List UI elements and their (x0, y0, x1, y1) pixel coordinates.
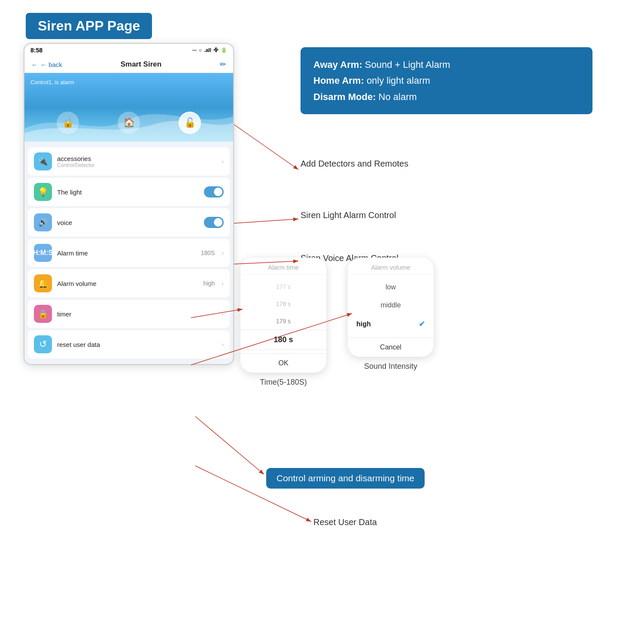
menu-item-light[interactable]: 💡 The light (28, 178, 230, 206)
mode-icons: 🔒 🏠 🔓 (37, 112, 220, 134)
alarm-time-chevron: › (222, 249, 224, 256)
volume-option-middle[interactable]: middle (348, 296, 434, 314)
timer-chevron: › (222, 310, 224, 317)
menu-item-alarm-volume[interactable]: 🔔 Alarm volume high › (28, 269, 230, 298)
alarm-time-label: Alarm time (57, 249, 196, 257)
volume-popup-items: low middle high ✔ (348, 275, 434, 337)
time-option-177[interactable]: 177 s (240, 278, 326, 295)
edit-icon[interactable]: ✏ (220, 60, 226, 69)
menu-item-reset[interactable]: ↺ reset user data › (28, 330, 230, 358)
alarm-volume-value: high (204, 280, 215, 287)
alarm-time-icon-box: H:M:S (34, 244, 52, 262)
light-icon: 💡 (38, 187, 49, 197)
time-popup-footer: OK (240, 353, 326, 373)
time-option-180[interactable]: 180 s (240, 330, 326, 350)
hero-area: Control1, is alarm 🔒 🏠 🔓 (24, 73, 233, 142)
disarm-mode-line: Disarm Mode: No alarm (313, 89, 580, 105)
disarm-icon[interactable]: 🔓 (179, 112, 201, 134)
time-ok-button[interactable]: OK (240, 354, 326, 373)
time-option-179[interactable]: 179 s (240, 313, 326, 330)
menu-list: 🔌 accessories Control/Detector › 💡 The l… (24, 142, 233, 364)
menu-item-voice[interactable]: 🔊 voice (28, 208, 230, 237)
light-icon-box: 💡 (34, 183, 52, 201)
light-label: The light (57, 188, 199, 196)
volume-popup-container: Alarm volume low middle high ✔ Cancel So… (348, 258, 434, 371)
menu-item-alarm-time[interactable]: H:M:S Alarm time 180S › (28, 239, 230, 267)
accessories-text: accessories Control/Detector (57, 155, 216, 168)
voice-toggle[interactable] (204, 217, 224, 228)
svg-line-6 (195, 416, 264, 474)
volume-popup-dialog[interactable]: Alarm volume low middle high ✔ Cancel (348, 258, 434, 357)
svg-line-2 (234, 219, 298, 223)
status-bar: 8:58 ··· ○ .all 令 🔋 (24, 44, 233, 56)
volume-option-low[interactable]: low (348, 278, 434, 296)
timer-icon: 🔒 (38, 309, 49, 319)
status-time: 8:58 (30, 47, 43, 54)
back-arrow: ← (31, 61, 38, 68)
svg-line-1 (234, 125, 298, 170)
accessories-chevron: › (222, 158, 224, 165)
screen-title: Smart Siren (121, 60, 161, 69)
time-popup-caption: Time(5-180S) (260, 378, 307, 387)
home-arm-icon[interactable]: 🏠 (118, 112, 140, 134)
volume-cancel-button[interactable]: Cancel (348, 338, 434, 357)
alarm-time-value: 180S (201, 249, 215, 256)
time-popup-items: 177 s 178 s 179 s 180 s (240, 275, 326, 353)
status-icons: ··· ○ .all 令 🔋 (192, 46, 227, 54)
annotation-siren-light: Siren Light Alarm Control (301, 210, 396, 220)
time-popup-dialog[interactable]: Alarm time 177 s 178 s 179 s 180 s OK (240, 258, 326, 373)
time-option-178[interactable]: 178 s (240, 295, 326, 313)
accessories-icon: 🔌 (38, 157, 48, 166)
menu-item-timer[interactable]: 🔒 timer › (28, 300, 230, 328)
reset-icon-box: ↺ (34, 335, 52, 353)
away-arm-line: Away Arm: Sound + Light Alarm (313, 57, 580, 73)
reset-icon: ↺ (39, 339, 47, 350)
phone-frame: 8:58 ··· ○ .all 令 🔋 ← ← back Smart Siren… (24, 43, 234, 365)
check-icon: ✔ (419, 319, 425, 329)
alarm-volume-chevron: › (222, 280, 224, 287)
page-title-box: Siren APP Page (26, 13, 152, 39)
time-popup-container: Alarm time 177 s 178 s 179 s 180 s OK Ti… (240, 258, 326, 387)
home-arm-line: Home Arm: only light alarm (313, 73, 580, 88)
back-label: ← back (40, 61, 62, 68)
annotation-add-detectors: Add Detectors and Remotes (301, 159, 408, 169)
volume-popup-footer: Cancel (348, 337, 434, 357)
page-title: Siren APP Page (38, 18, 140, 33)
accessories-label: accessories (57, 155, 216, 162)
alarm-volume-icon-box: 🔔 (34, 274, 52, 292)
back-button[interactable]: ← ← back (31, 61, 62, 68)
away-arm-icon[interactable]: 🔒 (57, 112, 79, 134)
info-box-top: Away Arm: Sound + Light Alarm Home Arm: … (301, 47, 592, 114)
popup-area: Alarm time 177 s 178 s 179 s 180 s OK Ti… (240, 258, 434, 387)
volume-high-label: high (356, 320, 371, 328)
voice-icon-box: 🔊 (34, 213, 52, 231)
voice-icon: 🔊 (38, 218, 48, 227)
timer-icon-box: 🔒 (34, 305, 52, 323)
reset-annotation: Reset User Data (313, 517, 377, 527)
alarm-volume-icon: 🔔 (38, 278, 49, 289)
reset-label: reset user data (57, 341, 216, 348)
reset-chevron: › (222, 341, 224, 348)
alarm-time-icon: H:M:S (33, 249, 53, 257)
volume-popup-header: Alarm volume (348, 258, 434, 275)
voice-label: voice (57, 219, 199, 226)
hero-label: Control1, is alarm (30, 79, 227, 85)
accessories-sublabel: Control/Detector (57, 162, 216, 168)
volume-popup-caption: Sound Intensity (364, 362, 417, 371)
light-toggle[interactable] (204, 186, 224, 197)
volume-option-high[interactable]: high ✔ (348, 314, 434, 334)
alarm-volume-label: Alarm volume (57, 280, 198, 287)
timer-label: timer (57, 310, 216, 318)
time-popup-header: Alarm time (240, 258, 326, 275)
top-navigation-bar: ← ← back Smart Siren ✏ (24, 56, 233, 73)
menu-item-accessories[interactable]: 🔌 accessories Control/Detector › (28, 147, 230, 176)
control-arm-box: Control arming and disarming time (266, 468, 425, 489)
accessories-icon-box: 🔌 (34, 152, 52, 170)
